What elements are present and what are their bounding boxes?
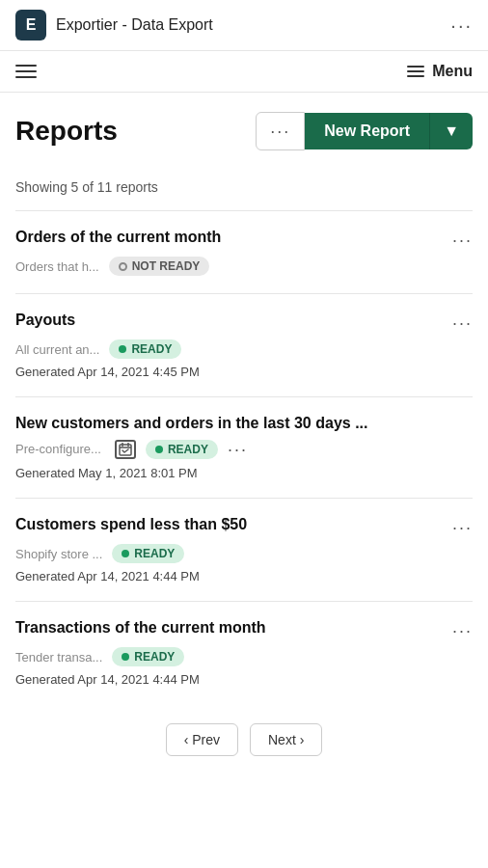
report-desc: All current an... xyxy=(15,342,99,357)
top-bar-left: E Exportier - Data Export xyxy=(15,10,213,41)
page-title: Reports xyxy=(15,116,118,147)
report-desc: Tender transa... xyxy=(15,650,102,665)
report-desc: Shopify store ... xyxy=(15,547,102,561)
report-date: Generated May 1, 2021 8:01 PM xyxy=(15,466,473,480)
nav-bar: Menu xyxy=(0,51,488,93)
hamburger-icon[interactable] xyxy=(15,65,37,78)
report-item: Transactions of the current month ··· Te… xyxy=(15,601,473,704)
status-dot-icon xyxy=(119,345,126,353)
report-item: Orders of the current month ··· Orders t… xyxy=(15,210,473,293)
content-area: Showing 5 of 11 reports Orders of the cu… xyxy=(0,170,488,785)
status-label: READY xyxy=(131,342,172,356)
top-bar: E Exportier - Data Export ··· xyxy=(0,0,488,51)
report-item-header: New customers and orders in the last 30 … xyxy=(15,415,473,432)
app-title: Exportier - Data Export xyxy=(56,16,213,34)
report-desc: Orders that h... xyxy=(15,259,99,274)
report-menu-button[interactable]: ··· xyxy=(452,312,473,334)
status-dot-icon xyxy=(122,653,129,661)
showing-text: Showing 5 of 11 reports xyxy=(15,170,473,210)
report-meta: All current an... READY xyxy=(15,339,473,359)
pagination: ‹ Prev Next › xyxy=(15,704,473,785)
status-label: READY xyxy=(134,547,175,560)
status-badge: READY xyxy=(109,339,181,359)
report-name: New customers and orders in the last 30 … xyxy=(15,415,465,432)
report-menu-button[interactable]: ··· xyxy=(452,229,473,251)
status-badge: READY xyxy=(112,647,184,666)
status-dot-icon xyxy=(155,446,163,453)
new-report-button[interactable]: New Report xyxy=(305,113,429,149)
status-dot-icon xyxy=(119,262,127,271)
report-item-header: Payouts ··· xyxy=(15,312,473,334)
svg-rect-0 xyxy=(120,445,131,455)
report-menu-button[interactable]: ··· xyxy=(452,516,473,538)
report-meta: Pre-configure... READY ··· xyxy=(15,438,473,460)
topbar-more-icon[interactable]: ··· xyxy=(450,14,473,37)
report-date: Generated Apr 14, 2021 4:44 PM xyxy=(15,569,473,583)
calendar-icon xyxy=(115,440,136,459)
report-date: Generated Apr 14, 2021 4:45 PM xyxy=(15,365,473,379)
report-item-header: Transactions of the current month ··· xyxy=(15,619,473,641)
status-badge: READY xyxy=(112,544,184,563)
report-meta: Orders that h... NOT READY xyxy=(15,257,473,276)
report-menu-button[interactable]: ··· xyxy=(228,438,248,460)
report-name: Transactions of the current month xyxy=(15,619,445,637)
report-name: Customers spend less than $50 xyxy=(15,516,445,533)
report-meta: Tender transa... READY xyxy=(15,647,473,666)
next-page-button[interactable]: Next › xyxy=(250,723,322,756)
status-badge: READY xyxy=(146,440,218,459)
header-actions: ··· New Report ▼ xyxy=(256,112,473,150)
status-label: NOT READY xyxy=(132,259,201,273)
menu-lines-icon xyxy=(407,66,424,77)
more-options-button[interactable]: ··· xyxy=(256,112,305,150)
report-name: Orders of the current month xyxy=(15,229,445,246)
chevron-down-icon: ▼ xyxy=(444,122,459,139)
report-item-header: Orders of the current month ··· xyxy=(15,229,473,251)
status-label: READY xyxy=(134,650,175,664)
app-icon: E xyxy=(15,10,46,41)
reports-list: Orders of the current month ··· Orders t… xyxy=(15,210,473,704)
new-report-dropdown-button[interactable]: ▼ xyxy=(429,113,473,149)
report-meta: Shopify store ... READY xyxy=(15,544,473,563)
prev-page-button[interactable]: ‹ Prev xyxy=(166,723,238,756)
report-item-header: Customers spend less than $50 ··· xyxy=(15,516,473,538)
menu-button[interactable]: Menu xyxy=(407,63,473,80)
report-menu-button[interactable]: ··· xyxy=(452,619,473,641)
report-item: Customers spend less than $50 ··· Shopif… xyxy=(15,498,473,601)
status-badge: NOT READY xyxy=(109,257,210,276)
page-header: Reports ··· New Report ▼ xyxy=(0,93,488,170)
status-label: READY xyxy=(168,443,208,456)
report-desc: Pre-configure... xyxy=(15,442,101,456)
report-item: New customers and orders in the last 30 … xyxy=(15,396,473,498)
report-date: Generated Apr 14, 2021 4:44 PM xyxy=(15,672,473,687)
report-name: Payouts xyxy=(15,312,445,329)
report-item: Payouts ··· All current an... READY Gene… xyxy=(15,293,473,396)
status-dot-icon xyxy=(122,550,129,557)
